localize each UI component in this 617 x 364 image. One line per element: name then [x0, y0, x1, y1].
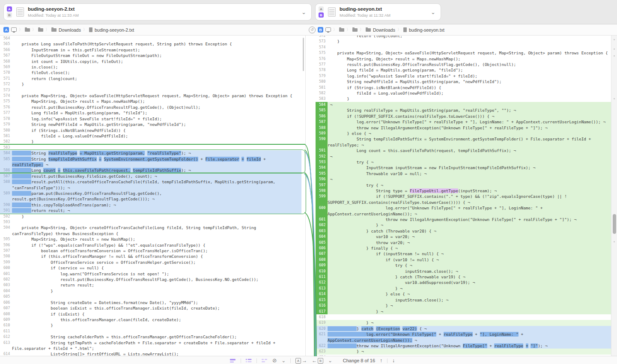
code-text: } — [12, 322, 301, 328]
crumb-separator: 〉 — [45, 27, 49, 33]
history-icon[interactable]: ↺ — [309, 27, 316, 33]
code-text: String createDate = Datetimes.format(new… — [12, 300, 301, 305]
code-text: inputStream.close(); ¬ — [328, 269, 611, 274]
previous-change-button[interactable]: ↑ — [380, 358, 382, 364]
breadcrumb-folder[interactable]: Downloads — [59, 27, 81, 33]
code-text: result.put(BusinessKey.OfficeTransResult… — [12, 104, 301, 110]
code-line: 569 in.close(); — [0, 64, 301, 70]
file-meta: buding-seeyon-2.txt Modified: Today at 1… — [28, 6, 79, 18]
view-unified-icon[interactable] — [262, 358, 268, 363]
line-number: 569 — [0, 64, 12, 70]
code-text: Long count = this.saveFileToPath(request… — [12, 167, 301, 173]
code-text: log.error("Unknown FileType[" + realFile… — [328, 119, 611, 125]
folder-icon[interactable] — [51, 28, 57, 32]
code-text: return result; ¬ — [12, 208, 301, 213]
code-text: } ¬ — [328, 303, 611, 308]
code-line: 592 } — [0, 214, 301, 219]
code-line: 599 OfficeTransService service = OfficeT… — [0, 260, 301, 265]
code-text: int count = IOUtils.copy(in, fileOut); — [12, 59, 301, 64]
left-code-pane: 564565 private Long saveFileToPath(HttpS… — [0, 36, 301, 356]
line-number: 591 — [0, 208, 12, 213]
code-text: InputStream inputStream = new FileInputS… — [328, 165, 611, 170]
folder-icon[interactable] — [339, 28, 344, 32]
line-number: 601 — [0, 271, 12, 277]
badge-b-active: B — [319, 12, 324, 18]
badge-a-active: A — [7, 6, 12, 12]
code-line: 592 ¬ — [316, 154, 611, 159]
breadcrumb-file[interactable]: buding-seeyon-2.txt — [95, 27, 134, 33]
line-number: 577 — [0, 110, 12, 116]
line-number: 595 — [0, 236, 12, 242]
code-line: 583 — [0, 145, 301, 150]
chevron-down-icon[interactable]: ⌄ — [281, 358, 286, 363]
folder-icon[interactable] — [352, 28, 358, 32]
view-blocks-icon[interactable] — [230, 358, 236, 363]
code-line: 573 — [0, 87, 301, 93]
code-text: } ¬ — [328, 286, 611, 291]
folder-icon[interactable] — [366, 28, 371, 32]
chevron-down-icon[interactable]: ⌄ — [328, 358, 332, 363]
code-line: 576 Map<String, Object> result = Maps.ne… — [316, 56, 611, 62]
line-number: 585 — [0, 156, 12, 168]
breadcrumb-right: ↺ B 〉 〉 〉 Downloads 〉 buding-seeyon.txt — [309, 24, 444, 35]
code-line: 597 try { ¬ — [316, 182, 611, 188]
code-text: try { ¬ — [328, 263, 611, 268]
code-text: FileOutputStream fileOut = new FileOutpu… — [12, 53, 301, 58]
code-line: 615 inputStream.close(); ¬ — [316, 297, 611, 303]
line-number: 600 — [0, 265, 12, 271]
code-line: 575 private Map<String, Object> oaSaveFi… — [316, 50, 611, 56]
chevron-down-icon[interactable]: ⌄ — [431, 10, 435, 15]
copy-a-to-right-button[interactable]: A→ — [295, 358, 307, 364]
code-line: 596 if (!"wps".equals(canTransFileType) … — [0, 242, 301, 248]
code-line: 616 } ¬ — [316, 303, 611, 308]
code-text: fileId = Long.valueOf(newPdfFileId); — [328, 90, 611, 96]
toolbar-divider — [387, 358, 387, 363]
code-line: 584 String realFileType = MapUtils.getSt… — [0, 150, 301, 156]
code-text: if (this.officeTransManager != null && o… — [12, 254, 301, 259]
right-file-card[interactable]: A B buding-seeyon.txt Modified: Today at… — [315, 3, 441, 21]
right-scrollbar-thumb[interactable] — [613, 214, 616, 234]
code-line: 606 String createDate = Datetimes.format… — [0, 300, 301, 305]
file-selector-bar: A B buding-seeyon-2.txt Modified: Today … — [0, 0, 617, 24]
line-number: 579 — [0, 122, 12, 127]
right-scrollbar[interactable] — [611, 36, 617, 364]
code-text: } else { ¬ — [328, 291, 611, 297]
folder-icon[interactable] — [38, 28, 43, 32]
code-line: 595 Throwable var10 = null; ¬ — [316, 171, 611, 176]
code-line: 599 if (!SUPPORT_SUFFIX.contains("." + t… — [316, 194, 611, 205]
chevron-down-icon[interactable]: ⌄ — [301, 10, 306, 15]
code-text: String type = FileTypeUtil.getType(input… — [328, 188, 611, 194]
code-text — [12, 219, 301, 225]
copy-b-to-left-button[interactable]: ←B — [312, 358, 323, 364]
folder-icon[interactable] — [25, 28, 30, 32]
ignore-changes-icon[interactable]: ⊘ — [272, 358, 277, 363]
file-name: buding-seeyon-2.txt — [28, 6, 79, 12]
line-number: 586 — [0, 167, 12, 173]
line-number: 613 — [0, 340, 12, 352]
code-text: private Long saveFileToPath(HttpServletR… — [12, 41, 301, 47]
code-line: 591 return result; ¬ — [0, 208, 301, 213]
code-line: 612 String cacheFolderPath = this.office… — [0, 334, 301, 340]
code-text: OfficeTransService service = OfficeTrans… — [12, 260, 301, 265]
line-number: 607 — [0, 305, 12, 311]
breadcrumb-folder[interactable]: Downloads — [373, 27, 395, 33]
next-change-button[interactable]: ↓ — [392, 358, 395, 364]
breadcrumb-file[interactable]: buding-seeyon.txt — [409, 27, 444, 33]
code-line: 579 String newPdfFileId = MapUtils.getSt… — [0, 122, 301, 127]
code-line: 611 } catch (Throwable var19) { ¬ — [316, 274, 611, 280]
code-line: 604 var10 = var20; ¬ — [316, 234, 611, 239]
code-line: 586 if (!SUPPORT_SUFFIX.contains(realFil… — [316, 113, 611, 119]
code-line: 609 try { ¬ — [316, 263, 611, 268]
code-line: 566 InputStream in = this.getFileStream(… — [0, 47, 301, 53]
code-text: } else { ¬ — [328, 131, 611, 136]
code-text: log.warn("OfficeTransService is not open… — [12, 271, 301, 277]
code-line: 580 String newPdfFileId = MapUtils.getSt… — [316, 79, 611, 84]
b-key-icon: B — [318, 358, 323, 364]
code-line: 601 log.warn("OfficeTransService is not … — [0, 271, 301, 277]
code-text: log.info("wpsAssist SaveFile start!fileI… — [328, 73, 611, 79]
computer-icon — [11, 27, 17, 32]
left-file-card[interactable]: A B buding-seeyon-2.txt Modified: Today … — [3, 3, 312, 21]
view-fluid-icon[interactable] — [246, 358, 252, 363]
line-number: 597 — [0, 248, 12, 254]
a-key-icon: A — [295, 358, 301, 364]
